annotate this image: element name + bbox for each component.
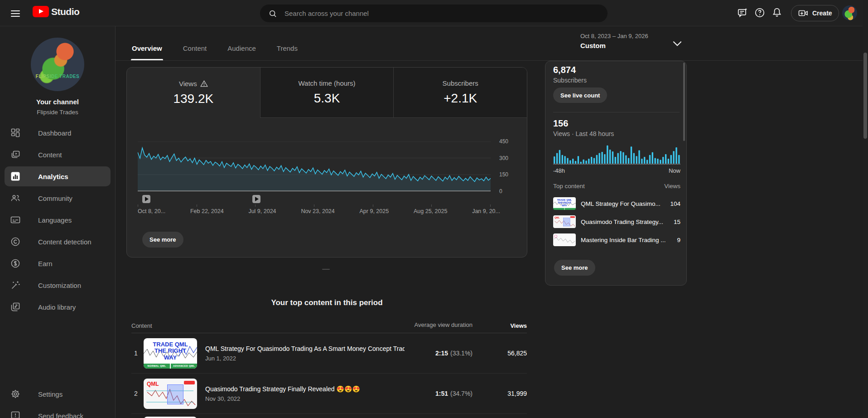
sidebar-item-analytics[interactable]: Analytics	[0, 165, 115, 187]
studio-logo[interactable]: Studio	[33, 6, 79, 17]
sidebar-item-languages[interactable]: Languages	[0, 209, 115, 231]
sidebar-item-send-feedback[interactable]: Send feedback	[0, 405, 115, 418]
analytics-icon	[10, 171, 21, 182]
y-tick-label: 150	[499, 171, 508, 178]
y-tick-label: 450	[499, 138, 508, 145]
search-input[interactable]	[284, 9, 599, 18]
metric-tab-watch-time[interactable]: Watch time (hours) 5.3K	[260, 68, 394, 118]
table-row[interactable]: 2 QML Quasimodo Trading Strategy Finally…	[131, 374, 527, 414]
subscribers-count: 6,874	[553, 65, 576, 75]
help-icon[interactable]	[754, 6, 767, 19]
sidebar-item-earn[interactable]: Earn	[0, 253, 115, 274]
messages-icon[interactable]	[737, 6, 749, 19]
views-metric-label: Views	[179, 80, 197, 87]
x-tick-label: Nov 23, 2024	[301, 208, 334, 214]
top-content-header: Top content Views	[553, 183, 680, 190]
notifications-icon[interactable]	[771, 6, 784, 19]
create-label: Create	[812, 10, 832, 17]
channel-search[interactable]	[260, 5, 608, 22]
chevron-down-icon[interactable]	[671, 39, 683, 48]
subs-metric-label: Subscribers	[443, 79, 478, 87]
table-row[interactable]: 1 TRADE QMLTHE RIGHTWAY NORMAL QMLADVANC…	[131, 333, 527, 374]
account-avatar[interactable]	[842, 5, 857, 20]
row-rank: 2	[131, 390, 144, 397]
list-item[interactable]: QML Quasimodo Trading Strategy... 15	[553, 213, 680, 231]
video-title[interactable]: QML Strategy For Quasimodo Trading As A …	[205, 345, 405, 352]
x-tick-label: Jul 9, 2024	[248, 208, 276, 214]
sidebar-item-content-detection[interactable]: Content detection	[0, 231, 115, 253]
tab-content[interactable]: Content	[183, 44, 207, 60]
metric-tab-subscribers[interactable]: Subscribers +2.1K	[393, 68, 527, 118]
video-thumbnail	[553, 233, 576, 246]
channel-avatar[interactable]: FLIPSIDE TRADES	[31, 38, 84, 91]
views-column-label: Views	[664, 183, 680, 190]
column-header-content[interactable]: Content	[131, 322, 405, 329]
video-date: Nov 30, 2022	[205, 395, 405, 402]
views-48h-bar-chart[interactable]	[553, 143, 680, 165]
date-range-filter[interactable]: Oct 8, 2023 – Jan 9, 2026 Custom	[580, 33, 648, 49]
see-live-count-button[interactable]: See live count	[553, 87, 607, 103]
divider	[553, 112, 680, 112]
sidebar-item-dashboard[interactable]: Dashboard	[0, 122, 115, 144]
sidebar: FLIPSIDE TRADES Your channel Flipside Tr…	[0, 26, 116, 418]
video-publish-markers	[138, 195, 491, 203]
video-info: QML Strategy For Quasimodo Trading As A …	[205, 345, 405, 362]
video-views: 15	[674, 219, 680, 225]
dashboard-icon	[10, 127, 21, 138]
card-drag-handle	[322, 269, 330, 270]
video-title[interactable]: Quasimodo Trading Strategy Finally Revea…	[205, 385, 405, 393]
play-marker-icon[interactable]	[142, 195, 150, 203]
video-title: QML Strategy For Quasimo...	[581, 200, 670, 207]
table-row-partial[interactable]	[131, 414, 527, 418]
views-metric-value: 139.2K	[173, 92, 213, 106]
sidebar-footer: Settings Send feedback	[0, 383, 115, 418]
channel-name: Flipside Trades	[37, 109, 78, 116]
product-name: Studio	[51, 6, 79, 17]
hamburger-menu-icon[interactable]	[10, 8, 21, 18]
card-see-more-button[interactable]: See more	[142, 232, 183, 248]
create-button[interactable]: Create	[791, 5, 839, 21]
window-scrollbar-track	[863, 0, 868, 418]
tab-audience[interactable]: Audience	[227, 44, 256, 60]
earn-icon	[10, 258, 21, 269]
video-views: 9	[677, 237, 680, 243]
views-cell: 31,999	[473, 390, 527, 397]
languages-icon	[10, 214, 21, 225]
column-header-avg-view-duration[interactable]: Average view duration	[405, 321, 473, 329]
warning-icon	[200, 80, 208, 87]
community-icon	[10, 193, 21, 204]
x-tick-label: Aug 25, 2025	[414, 208, 447, 214]
views-line-chart[interactable]	[138, 141, 491, 191]
watch-metric-value: 5.3K	[314, 91, 340, 106]
list-item[interactable]: TRADE QMLTHE RIGHTWAY QML Strategy For Q…	[553, 194, 680, 213]
list-item[interactable]: Mastering Inside Bar Trading ... 9	[553, 231, 680, 249]
sidebar-item-community[interactable]: Community	[0, 187, 115, 209]
y-tick-label: 300	[499, 155, 508, 161]
youtube-studio-analytics: Studio Create FLIPSIDE TRADES Your chann…	[0, 0, 868, 418]
sidebar-item-content[interactable]: Content	[0, 144, 115, 165]
views-cell: 56,825	[473, 350, 527, 357]
panel-see-more-button[interactable]: See more	[554, 260, 595, 276]
top-content-list: TRADE QMLTHE RIGHTWAY QML Strategy For Q…	[553, 194, 680, 249]
sidebar-nav: Dashboard Content Analytics Community La…	[0, 122, 115, 318]
tab-overview[interactable]: Overview	[132, 44, 162, 60]
play-marker-icon[interactable]	[252, 195, 260, 203]
panel-scrollbar[interactable]	[683, 63, 685, 141]
channel-header[interactable]: FLIPSIDE TRADES Your channel Flipside Tr…	[0, 26, 115, 116]
channel-avatar-text: FLIPSIDE TRADES	[31, 74, 84, 79]
metric-tabs: Views 139.2K Watch time (hours) 5.3K Sub…	[127, 68, 527, 118]
metric-tab-views[interactable]: Views 139.2K	[127, 68, 260, 118]
video-thumbnail: QML	[144, 379, 197, 409]
y-tick-label: 0	[499, 188, 502, 194]
search-icon	[268, 9, 277, 18]
window-scrollbar-thumb[interactable]	[863, 53, 867, 139]
create-camera-icon	[798, 8, 809, 19]
sidebar-item-customization[interactable]: Customization	[0, 274, 115, 296]
tab-trends[interactable]: Trends	[277, 44, 298, 60]
analytics-tabs: Overview Content Audience Trends	[116, 26, 863, 61]
date-range-mode: Custom	[580, 42, 648, 49]
row-rank: 1	[131, 350, 144, 357]
sidebar-item-audio-library[interactable]: Audio library	[0, 296, 115, 318]
column-header-views[interactable]: Views	[473, 322, 527, 329]
sidebar-item-settings[interactable]: Settings	[0, 383, 115, 405]
